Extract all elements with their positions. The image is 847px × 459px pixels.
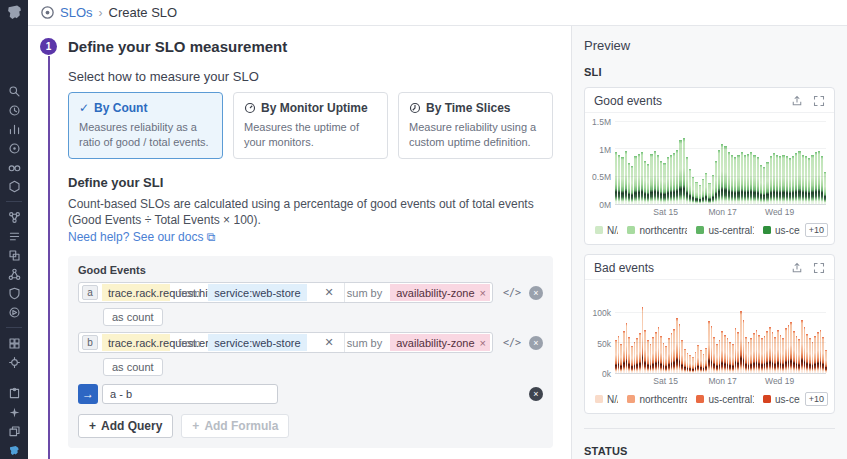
- stacked-bar[interactable]: [644, 161, 646, 204]
- stacked-bar[interactable]: [631, 166, 633, 204]
- stacked-bar[interactable]: [623, 331, 625, 373]
- stacked-bar[interactable]: [792, 156, 794, 204]
- stacked-bar[interactable]: [731, 155, 733, 204]
- stacked-bar[interactable]: [647, 164, 649, 204]
- stacked-bar[interactable]: [798, 151, 800, 204]
- stacked-bar[interactable]: [715, 161, 717, 204]
- stacked-bar[interactable]: [773, 153, 775, 204]
- stacked-bar[interactable]: [809, 338, 811, 373]
- stacked-bar[interactable]: [750, 152, 752, 204]
- workflows-icon[interactable]: [5, 424, 23, 438]
- stacked-bar[interactable]: [638, 154, 640, 204]
- stacked-bar[interactable]: [766, 162, 768, 204]
- stacked-bar[interactable]: [789, 158, 791, 204]
- stacked-bar[interactable]: [737, 332, 739, 373]
- stacked-bar[interactable]: [618, 155, 620, 204]
- stacked-bar[interactable]: [811, 155, 813, 204]
- stacked-bar[interactable]: [817, 332, 819, 373]
- watchdog-icon[interactable]: [5, 160, 23, 174]
- stacked-bar[interactable]: [782, 155, 784, 204]
- stacked-bar[interactable]: [620, 344, 622, 373]
- stacked-bar[interactable]: [663, 163, 665, 204]
- stacked-bar[interactable]: [705, 173, 707, 204]
- stacked-bar[interactable]: [667, 157, 669, 204]
- stacked-bar[interactable]: [782, 338, 784, 373]
- monitors-icon[interactable]: [5, 355, 23, 369]
- stacked-bar[interactable]: [815, 152, 817, 204]
- stacked-bar[interactable]: [673, 329, 675, 373]
- stacked-bar[interactable]: [808, 158, 810, 204]
- security-icon[interactable]: [5, 286, 23, 300]
- stacked-bar[interactable]: [750, 338, 752, 373]
- stacked-bar[interactable]: [692, 357, 694, 373]
- stacked-bar[interactable]: [636, 338, 638, 373]
- metric-input[interactable]: trace.rack.request.errors: [102, 334, 170, 351]
- stacked-bar[interactable]: [825, 350, 827, 373]
- stacked-bar[interactable]: [708, 321, 710, 373]
- stacked-bar[interactable]: [626, 323, 628, 373]
- export-icon[interactable]: [791, 95, 803, 107]
- stacked-bar[interactable]: [758, 335, 760, 373]
- stacked-bar[interactable]: [615, 340, 617, 373]
- stacked-bar[interactable]: [686, 157, 688, 204]
- metrics-icon[interactable]: [5, 122, 23, 136]
- stacked-bar[interactable]: [660, 161, 662, 204]
- group-by-pill[interactable]: availability-zone×: [390, 284, 490, 301]
- group-by-pill[interactable]: availability-zone×: [390, 334, 490, 351]
- stacked-bar[interactable]: [631, 346, 633, 373]
- stacked-bar[interactable]: [721, 144, 723, 204]
- stacked-bar[interactable]: [757, 157, 759, 204]
- stacked-bar[interactable]: [676, 150, 678, 204]
- stacked-bar[interactable]: [699, 185, 701, 204]
- synthetics-icon[interactable]: [5, 248, 23, 262]
- stacked-bar[interactable]: [647, 340, 649, 373]
- remove-formula-icon[interactable]: ×: [529, 387, 543, 401]
- stacked-bar[interactable]: [673, 153, 675, 204]
- breadcrumb-slos-link[interactable]: SLOs: [60, 5, 93, 20]
- stacked-bar[interactable]: [615, 152, 617, 204]
- stacked-bar[interactable]: [802, 155, 804, 204]
- search-icon[interactable]: [5, 84, 23, 98]
- stacked-bar[interactable]: [668, 338, 670, 373]
- stacked-bar[interactable]: [737, 155, 739, 204]
- stacked-bar[interactable]: [628, 163, 630, 204]
- stacked-bar[interactable]: [721, 331, 723, 373]
- filter-pill[interactable]: service:web-store: [208, 334, 306, 351]
- stacked-bar[interactable]: [732, 344, 734, 373]
- stacked-bar[interactable]: [748, 342, 750, 373]
- expand-icon[interactable]: [813, 95, 825, 107]
- stacked-bar[interactable]: [798, 339, 800, 373]
- stacked-bar[interactable]: [728, 152, 730, 204]
- remove-query-icon[interactable]: ×: [529, 336, 543, 350]
- legend-more-badge[interactable]: +10: [805, 392, 828, 406]
- formula-input[interactable]: a - b: [102, 384, 278, 404]
- stacked-bar[interactable]: [676, 318, 678, 373]
- stacked-bar[interactable]: [744, 155, 746, 204]
- legend-item[interactable]: N/A: [595, 225, 618, 236]
- metric-input[interactable]: trace.rack.request.hits: [102, 284, 170, 301]
- sparkle-ai-icon[interactable]: [5, 405, 23, 419]
- filter-pill[interactable]: service:web-store: [208, 284, 306, 301]
- stacked-bar[interactable]: [779, 156, 781, 204]
- stacked-bar[interactable]: [641, 152, 643, 204]
- service-map-icon[interactable]: [5, 210, 23, 224]
- card-by-monitor-uptime[interactable]: By Monitor Uptime Measures the uptime of…: [233, 92, 388, 159]
- legend-item[interactable]: northcentral...: [627, 394, 687, 405]
- history-icon[interactable]: [5, 103, 23, 117]
- legend-item[interactable]: northcentral...: [627, 225, 687, 236]
- stacked-bar[interactable]: [780, 335, 782, 373]
- legend-item[interactable]: us-central1-a: [696, 225, 754, 236]
- legend-item[interactable]: N/A: [595, 394, 618, 405]
- code-view-icon[interactable]: </>: [503, 337, 521, 348]
- query-letter-chip[interactable]: b: [82, 335, 98, 350]
- docs-link[interactable]: Need help? See our docs ⧉: [68, 230, 215, 244]
- stacked-bar[interactable]: [785, 328, 787, 373]
- stacked-bar[interactable]: [634, 156, 636, 204]
- infrastructure-icon[interactable]: [5, 179, 23, 193]
- stacked-bar[interactable]: [801, 320, 803, 373]
- card-by-count[interactable]: ✓ By Count Measures reliability as a rat…: [68, 92, 223, 159]
- stacked-bar[interactable]: [769, 327, 771, 373]
- stacked-bar[interactable]: [679, 324, 681, 373]
- stacked-bar[interactable]: [743, 320, 745, 373]
- stacked-bar[interactable]: [753, 333, 755, 373]
